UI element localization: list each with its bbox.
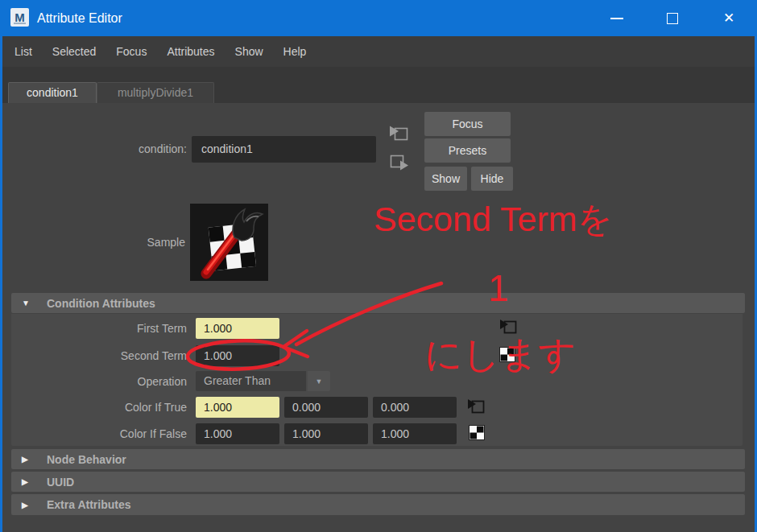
show-button[interactable]: Show	[424, 167, 467, 191]
minimize-button[interactable]	[603, 0, 631, 36]
close-icon: ✕	[723, 11, 734, 25]
chevron-down-icon: ▼	[316, 377, 323, 386]
color-if-true-r-input[interactable]: 1.000	[196, 397, 279, 418]
color-if-false-b-input[interactable]: 1.000	[373, 423, 457, 444]
menu-list[interactable]: List	[14, 45, 32, 58]
annotation-text-line1: Second Termを	[374, 200, 613, 238]
minimize-icon	[610, 18, 623, 19]
section-title: Extra Attributes	[47, 498, 131, 511]
collapse-triangle-icon: ▼	[22, 299, 33, 307]
sample-label: Sample	[0, 236, 185, 252]
maximize-button[interactable]	[659, 0, 686, 36]
section-title: UUID	[47, 476, 74, 489]
maximize-icon	[667, 13, 678, 24]
second-term-label: Second Term	[11, 345, 187, 366]
annotation-text-line3: にします	[424, 334, 576, 375]
condition-name-input[interactable]: condition1	[192, 136, 376, 163]
section-title: Condition Attributes	[47, 297, 155, 310]
color-if-true-label: Color If True	[11, 397, 187, 418]
close-button[interactable]: ✕	[715, 0, 743, 36]
color-if-false-g-input[interactable]: 1.000	[284, 423, 368, 444]
menu-selected[interactable]: Selected	[52, 45, 96, 58]
first-term-input[interactable]: 1.000	[196, 318, 279, 339]
menu-bar: List Selected Focus Attributes Show Help	[0, 36, 757, 67]
color-if-true-g-input[interactable]: 0.000	[284, 397, 368, 418]
condition-attributes-panel: First Term 1.000 Second Term 1.000 Opera…	[11, 314, 743, 446]
menu-show[interactable]: Show	[235, 45, 263, 58]
tab-multiplydivide1[interactable]: multiplyDivide1	[97, 82, 214, 103]
sample-swatch-hammer-icon	[190, 204, 268, 281]
window-border-left	[0, 36, 2, 532]
collapsed-triangle-icon: ▶	[22, 501, 33, 509]
presets-button[interactable]: Presets	[424, 138, 511, 163]
condition-node-label: condition:	[0, 136, 187, 163]
menu-help[interactable]: Help	[283, 45, 307, 58]
operation-label: Operation	[11, 371, 187, 392]
color-if-false-texture-icon[interactable]	[469, 425, 485, 440]
operation-dropdown[interactable]: Greater Than	[196, 371, 306, 391]
section-node-behavior[interactable]: ▶ Node Behavior	[11, 449, 745, 469]
section-extra-attributes[interactable]: ▶ Extra Attributes	[11, 494, 745, 515]
color-if-false-label: Color If False	[11, 423, 187, 444]
tab-condition1[interactable]: condition1	[8, 82, 97, 103]
menu-attributes[interactable]: Attributes	[167, 45, 214, 58]
color-if-true-b-input[interactable]: 0.000	[373, 397, 457, 418]
annotation-text-line2: 1	[488, 268, 509, 309]
input-connection-icon[interactable]	[389, 124, 409, 142]
first-term-label: First Term	[11, 318, 187, 339]
collapsed-triangle-icon: ▶	[22, 477, 33, 486]
window-title: Attribute Editor	[37, 0, 122, 36]
maya-icon-letter: M	[14, 11, 25, 23]
section-title: Node Behavior	[47, 453, 126, 466]
color-if-true-connection-icon[interactable]	[467, 398, 486, 416]
output-connection-icon[interactable]	[389, 154, 409, 172]
section-condition-attributes[interactable]: ▼ Condition Attributes	[11, 293, 745, 313]
color-if-false-r-input[interactable]: 1.000	[196, 423, 279, 444]
second-term-input[interactable]: 1.000	[196, 345, 279, 366]
hide-button[interactable]: Hide	[471, 167, 513, 191]
menu-focus[interactable]: Focus	[116, 45, 147, 58]
tab-strip: condition1 multiplyDivide1	[0, 67, 757, 103]
operation-dropdown-arrow[interactable]: ▼	[308, 371, 330, 391]
maya-app-icon: M	[10, 8, 29, 27]
collapsed-triangle-icon: ▶	[22, 455, 33, 464]
title-bar: M Attribute Editor ✕	[0, 0, 757, 36]
section-uuid[interactable]: ▶ UUID	[11, 472, 745, 492]
focus-button[interactable]: Focus	[424, 112, 511, 136]
